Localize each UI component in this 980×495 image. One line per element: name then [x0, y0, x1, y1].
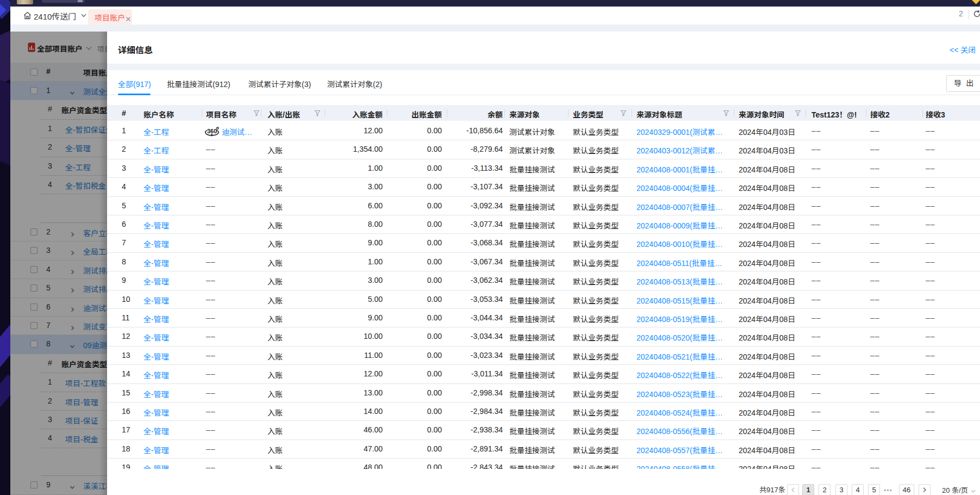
svg-text:360: 360 [207, 128, 217, 134]
